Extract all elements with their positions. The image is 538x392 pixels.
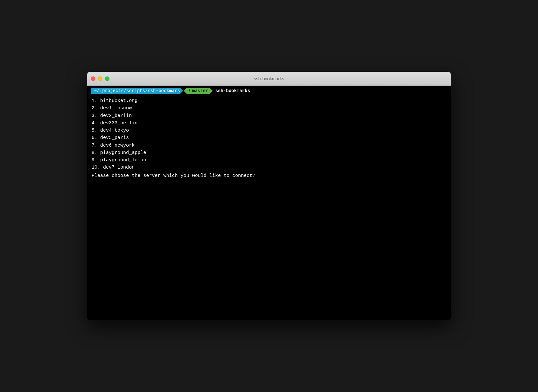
list-item: 7. dev6_newyork <box>92 142 446 149</box>
terminal-content[interactable]: 1. bitbucket.org2. dev1_moscow3. dev2_be… <box>87 96 451 320</box>
command-text: ssh-bookmarks <box>215 88 250 93</box>
list-item: 5. dev4_tokyo <box>92 127 446 134</box>
terminal-window: ssh-bookmarks ~/.projects/scripts/ssh-bo… <box>87 72 451 320</box>
maximize-button[interactable] <box>105 76 109 81</box>
path-text: ~/.projects/scripts/ssh-bookmars <box>94 88 180 93</box>
branch-name: master <box>192 88 208 93</box>
list-item: 10. dev7_london <box>92 164 446 171</box>
path-segment: ~/.projects/scripts/ssh-bookmars <box>91 88 183 94</box>
list-item: 6. dev5_paris <box>92 134 446 142</box>
branch-segment: ƒ master <box>184 88 213 94</box>
list-item: 3. dev2_berlin <box>92 112 446 120</box>
list-item: 8. playground_apple <box>92 149 446 156</box>
close-button[interactable] <box>91 76 95 81</box>
list-item: 4. dev333_berlin <box>92 120 446 127</box>
window-title: ssh-bookmarks <box>254 76 284 81</box>
window-controls <box>91 76 109 81</box>
list-item: 1. bitbucket.org <box>92 97 446 105</box>
list-item: 9. playground_lemon <box>92 156 446 164</box>
prompt-question: Please choose the server which you would… <box>92 172 446 179</box>
prompt-bar: ~/.projects/scripts/ssh-bookmars ƒ maste… <box>87 86 451 96</box>
list-item: 2. dev1_moscow <box>92 105 446 112</box>
branch-icon: ƒ <box>188 88 191 93</box>
minimize-button[interactable] <box>98 76 102 81</box>
server-list: 1. bitbucket.org2. dev1_moscow3. dev2_be… <box>92 97 446 171</box>
titlebar: ssh-bookmarks <box>87 72 451 86</box>
